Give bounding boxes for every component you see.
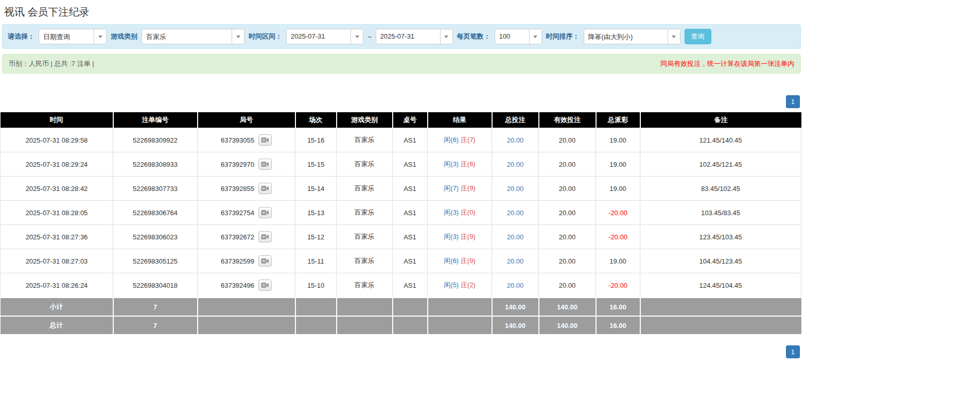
page-1-button[interactable]: 1 [786,345,800,358]
chevron-down-icon [668,29,680,44]
session-cell: 15-16 [295,128,337,152]
currency-total-text: 币别：人民币 | 总共 :7 注单 | [9,59,94,68]
header-note: 备注 [640,112,801,128]
result-cell: 闲(3) 庄(0) [428,201,492,225]
total-bet-link[interactable]: 20.00 [507,185,524,193]
total-bet-link[interactable]: 20.00 [507,161,524,168]
table-no-cell: AS1 [393,273,428,298]
round-no-cell: 637393055 [198,128,295,152]
video-replay-button[interactable] [258,207,272,218]
round-no-cell: 637392599 [198,249,295,273]
game-type-cell: 百家乐 [337,128,393,152]
total-payout: 16.00 [596,316,640,335]
summary-bar: 币别：人民币 | 总共 :7 注单 | 同局有效投注，统一计算在该局第一张注单内 [2,54,801,74]
table-header-row: 时间 注单编号 局号 场次 游戏类别 桌号 结果 总投注 有效投注 总派彩 备注 [1,112,801,128]
header-total-bet: 总投注 [492,112,539,128]
pagination-top: 1 [0,95,803,108]
page-1-button[interactable]: 1 [786,95,800,108]
payout-cell: -20.00 [596,201,640,225]
total-bet-cell: 20.00 [492,152,539,177]
payout-cell: 19.00 [596,249,640,273]
sort-order-select[interactable]: 降幂(由大到小) [584,29,680,44]
total-bet-link[interactable]: 20.00 [507,282,524,289]
round-no-value: 637392496 [221,282,254,289]
bet-no-cell: 522698307733 [113,177,198,201]
video-replay-button[interactable] [258,231,272,242]
sort-order-value: 降幂(由大到小) [584,29,668,44]
total-total-bet: 140.00 [492,316,539,335]
bet-no-cell: 522698306764 [113,201,198,225]
player-result: 闲(3) [444,160,459,168]
time-cell: 2025-07-31 08:27:36 [1,225,113,249]
table-no-cell: AS1 [393,128,428,152]
game-type-label: 游戏类别 [111,32,137,41]
video-replay-button[interactable] [258,280,272,291]
table-row: 2025-07-31 08:28:05 522698306764 6373927… [1,201,801,225]
video-replay-button[interactable] [258,255,272,267]
video-replay-button[interactable] [258,159,272,170]
round-no-value: 637392855 [221,185,254,193]
total-bet-link[interactable]: 20.00 [507,233,524,241]
header-game-type: 游戏类别 [337,112,393,128]
video-replay-button[interactable] [258,134,272,146]
valid-bet-cell: 20.00 [539,128,596,152]
note-cell: 124.45/104.45 [640,273,801,298]
total-bet-cell: 20.00 [492,177,539,201]
game-type-select[interactable]: 百家乐 [142,29,244,44]
subtotal-label: 小计 [1,298,113,316]
payout-cell: -20.00 [596,225,640,249]
valid-bet-cell: 20.00 [539,201,596,225]
note-cell: 83.45/102.45 [640,177,801,201]
time-cell: 2025-07-31 08:26:24 [1,273,113,298]
banker-result: 庄(9) [461,184,476,192]
total-bet-link[interactable]: 20.00 [507,209,524,217]
session-cell: 15-12 [295,225,337,249]
table-no-cell: AS1 [393,249,428,273]
table-no-cell: AS1 [393,201,428,225]
page-size-select[interactable]: 100 [495,29,542,44]
session-cell: 15-14 [295,177,337,201]
date-type-select[interactable]: 日期查询 [39,29,107,44]
date-from-select[interactable]: 2025-07-31 [286,29,363,44]
bet-no-cell: 522698308933 [113,152,198,177]
filter-bar: 请选择： 日期查询 游戏类别 百家乐 时间区间： 2025-07-31 ~ 20… [2,24,801,49]
session-cell: 15-15 [295,152,337,177]
banker-result: 庄(0) [461,208,476,216]
total-count: 7 [113,316,198,335]
video-camera-icon [261,282,269,288]
video-camera-icon [261,185,269,191]
date-to-select[interactable]: 2025-07-31 [376,29,453,44]
round-no-value: 637393055 [221,136,254,144]
subtotal-row: 小计 7 140.00 140.00 16.00 [1,298,801,316]
video-replay-button[interactable] [258,183,272,194]
round-no-cell: 637392754 [198,201,295,225]
round-no-cell: 637392672 [198,225,295,249]
header-payout: 总派彩 [596,112,640,128]
player-result: 闲(7) [444,184,459,192]
sort-order-label: 时间排序： [546,32,580,41]
time-cell: 2025-07-31 08:27:03 [1,249,113,273]
valid-bet-cell: 20.00 [539,152,596,177]
valid-bet-cell: 20.00 [539,273,596,298]
game-type-cell: 百家乐 [337,201,393,225]
chevron-down-icon [94,29,106,44]
total-bet-cell: 20.00 [492,273,539,298]
total-bet-link[interactable]: 20.00 [507,136,524,144]
header-table-no: 桌号 [393,112,428,128]
video-camera-icon [261,234,269,240]
payout-cell: 19.00 [596,177,640,201]
table-no-cell: AS1 [393,225,428,249]
player-result: 闲(3) [444,208,459,216]
bet-no-cell: 522698305125 [113,249,198,273]
total-bet-link[interactable]: 20.00 [507,257,524,265]
time-cell: 2025-07-31 08:29:24 [1,152,113,177]
total-bet-cell: 20.00 [492,225,539,249]
note-cell: 103.45/83.45 [640,201,801,225]
result-cell: 闲(3) 庄(9) [428,225,492,249]
result-cell: 闲(6) 庄(7) [428,128,492,152]
valid-bet-notice: 同局有效投注，统一计算在该局第一张注单内 [660,59,794,68]
banker-result: 庄(6) [461,160,476,168]
search-button[interactable]: 查询 [685,29,711,44]
payout-cell: -20.00 [596,273,640,298]
player-result: 闲(6) [444,136,459,144]
